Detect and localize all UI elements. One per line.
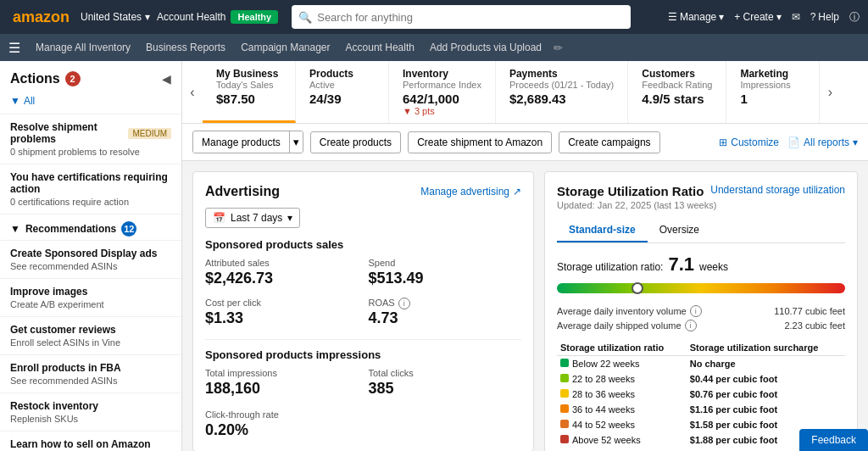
ratio-label: Storage utilization ratio: — [557, 261, 663, 273]
feedback-button[interactable]: Feedback — [799, 429, 868, 451]
attributed-sales: Attributed sales $2,426.73 — [205, 258, 359, 287]
main-layout: Actions 2 ◀ ▼ All Resolve shipment probl… — [0, 61, 868, 451]
manage-products-dropdown[interactable]: ▾ — [289, 131, 303, 153]
metrics-tab-inventory[interactable]: Inventory Performance Index 642/1,000 ▼ … — [389, 61, 496, 123]
pencil-icon[interactable]: ✏ — [554, 42, 563, 54]
rec-improve-images-sub: Create A/B experiment — [10, 299, 171, 309]
actions-label: Actions — [10, 71, 60, 86]
create-button[interactable]: + Create ▾ — [734, 11, 781, 23]
metrics-tab-customers-title: Customers — [642, 68, 712, 80]
recommendations-badge: 12 — [121, 221, 136, 237]
metrics-tab-products[interactable]: Products Active 24/39 — [296, 61, 389, 123]
nav-account-health[interactable]: Account Health — [339, 34, 421, 61]
recommendations-arrow[interactable]: ▼ — [10, 223, 20, 235]
action-item-certifications-title: You have certifications requiring action — [10, 171, 171, 195]
metrics-tab-marketing[interactable]: Marketing Impressions 1 — [726, 61, 820, 123]
metrics-tab-products-sub: Active — [309, 80, 375, 90]
manage-advertising-link[interactable]: Manage advertising ↗ — [420, 186, 521, 198]
create-label: + Create — [734, 11, 773, 23]
search-bar[interactable]: 🔍 — [292, 5, 631, 29]
storage-tab-standard[interactable]: Standard-size — [557, 219, 648, 242]
metrics-bar: ‹ My Business Today's Sales $87.50 Produ… — [182, 61, 868, 124]
manage-products-button[interactable]: Manage products — [193, 132, 289, 153]
total-clicks-label: Total clicks — [369, 368, 522, 378]
customize-label: Customize — [731, 136, 779, 148]
nav-business-reports[interactable]: Business Reports — [139, 34, 232, 61]
nav-add-products[interactable]: Add Products via Upload — [423, 34, 548, 61]
rec-sponsored-display[interactable]: Create Sponsored Display ads See recomme… — [0, 240, 181, 278]
create-shipment-button[interactable]: Create shipment to Amazon — [408, 131, 552, 153]
action-item-certifications[interactable]: You have certifications requiring action… — [0, 164, 181, 214]
panel-right: Storage Utilization Ratio Understand sto… — [544, 171, 858, 451]
metrics-tab-payments-title: Payments — [509, 68, 614, 80]
rec-improve-images[interactable]: Improve images Create A/B experiment — [0, 278, 181, 316]
rec-sponsored-display-title: Create Sponsored Display ads — [10, 248, 171, 259]
health-badge: Healthy — [231, 10, 278, 24]
nav-manage-inventory[interactable]: Manage All Inventory — [29, 34, 137, 61]
collapse-button[interactable]: ◀ — [162, 72, 171, 86]
manage-button[interactable]: ☰ Manage ▾ — [668, 11, 724, 23]
metrics-next-button[interactable]: › — [820, 61, 840, 123]
date-range-select[interactable]: 📅 Last 7 days ▾ — [205, 208, 300, 228]
metrics-tab-mybusiness[interactable]: My Business Today's Sales $87.50 — [203, 61, 296, 123]
rec-learn-sell[interactable]: Learn how to sell on Amazon Visit Seller… — [0, 431, 181, 451]
total-impressions-label: Total impressions — [205, 368, 359, 378]
actions-badge: 2 — [65, 71, 81, 86]
storage-card: Storage Utilization Ratio Understand sto… — [544, 171, 858, 451]
all-reports-link[interactable]: 📄 All reports ▾ — [787, 136, 858, 148]
help-button[interactable]: ? Help — [810, 11, 839, 23]
metrics-tab-customers[interactable]: Customers Feedback Rating 4.9/5 stars — [628, 61, 726, 123]
metrics-tab-customers-sub: Feedback Rating — [642, 80, 712, 90]
create-products-button[interactable]: Create products — [310, 131, 401, 153]
attributed-sales-value: $2,426.73 — [205, 270, 359, 287]
rec-restock-title: Restock inventory — [10, 400, 171, 412]
avg-shipped-info-icon[interactable]: i — [685, 320, 697, 331]
customize-link[interactable]: ⊞ Customize — [719, 136, 779, 148]
rec-restock[interactable]: Restock inventory Replenish SKUs — [0, 393, 181, 431]
roas: ROAS i 4.73 — [369, 298, 522, 327]
understand-storage-link[interactable]: Understand storage utilization — [710, 184, 845, 196]
create-campaigns-button[interactable]: Create campaigns — [559, 131, 659, 153]
manage-products-group: Manage products ▾ — [192, 131, 303, 153]
region-selector[interactable]: United States ▾ — [81, 11, 150, 23]
advertising-card: Advertising Manage advertising ↗ 📅 Last … — [192, 171, 534, 451]
roas-label: ROAS — [369, 298, 395, 308]
filter-all[interactable]: ▼ All — [0, 93, 181, 114]
table-row: 28 to 36 weeks$0.76 per cubic foot — [557, 387, 845, 402]
action-item-shipment[interactable]: Resolve shipment problems MEDIUM 0 shipm… — [0, 114, 181, 164]
metrics-prev-button[interactable]: ‹ — [182, 61, 203, 123]
nav-campaign-manager[interactable]: Campaign Manager — [234, 34, 337, 61]
avg-daily-info-icon[interactable]: i — [690, 305, 702, 317]
actions-title: Actions 2 — [10, 71, 81, 86]
rec-enroll-fba-title: Enroll products in FBA — [10, 362, 171, 374]
total-clicks: Total clicks 385 — [369, 368, 522, 398]
rec-customer-reviews[interactable]: Get customer reviews Enroll select ASINs… — [0, 316, 181, 354]
hamburger-icon[interactable]: ☰ — [8, 40, 20, 56]
manage-icon: ☰ — [668, 11, 677, 23]
sponsored-impressions-metrics: Total impressions 188,160 Total clicks 3… — [205, 368, 521, 398]
roas-info-icon[interactable]: i — [398, 298, 410, 309]
search-input[interactable] — [317, 11, 624, 24]
manage-label: Manage — [680, 11, 716, 23]
rec-enroll-fba[interactable]: Enroll products in FBA See recommended A… — [0, 354, 181, 393]
help-icon: ? — [810, 11, 816, 23]
list-item: $1.16 per cubic foot — [687, 402, 845, 417]
list-item: 36 to 44 weeks — [557, 402, 687, 417]
account-health-nav: Account Health Healthy — [157, 10, 278, 24]
list-item: 28 to 36 weeks — [557, 387, 687, 402]
table-row: 36 to 44 weeks$1.16 per cubic foot — [557, 402, 845, 417]
all-reports-dropdown-icon: ▾ — [853, 136, 858, 148]
total-impressions: Total impressions 188,160 — [205, 368, 359, 398]
storage-tab-oversize[interactable]: Oversize — [648, 219, 711, 242]
info-button[interactable]: ⓘ — [849, 10, 860, 25]
mail-button[interactable]: ✉ — [792, 11, 800, 23]
metrics-tab-marketing-value: 1 — [740, 92, 805, 106]
spend-value: $513.49 — [369, 270, 522, 287]
metrics-tab-inventory-title: Inventory — [403, 68, 481, 80]
list-item: 22 to 28 weeks — [557, 371, 687, 387]
recommendations-label: Recommendations — [25, 223, 116, 235]
advertising-title: Advertising — [205, 184, 280, 199]
metrics-tab-payments-sub: Proceeds (01/21 - Today) — [509, 80, 614, 90]
metrics-tab-payments[interactable]: Payments Proceeds (01/21 - Today) $2,689… — [496, 61, 628, 123]
list-item: 44 to 52 weeks — [557, 417, 687, 432]
